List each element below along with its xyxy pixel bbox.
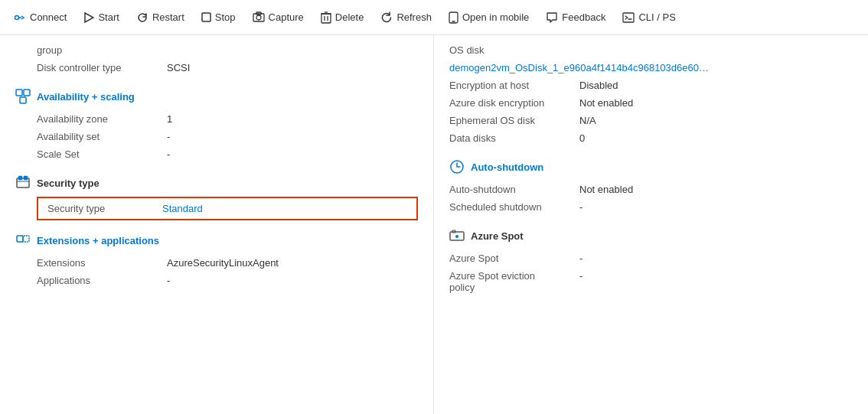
connect-icon	[14, 11, 26, 24]
azure-spot-title: Azure Spot	[471, 230, 524, 242]
open-in-mobile-icon	[449, 11, 458, 24]
os-disk-label: OS disk	[449, 44, 579, 56]
delete-label: Delete	[335, 11, 364, 23]
stop-label: Stop	[215, 11, 236, 23]
auto-shutdown-row: Auto-shutdown Not enabled	[449, 181, 853, 198]
os-disk-value-row: demogen2vm_OsDisk_1_e960a4f1414b4c968103…	[449, 59, 853, 77]
refresh-label: Refresh	[396, 11, 432, 23]
extensions-icon	[15, 233, 31, 248]
group-row: group	[15, 41, 418, 59]
availability-header: Availability + scaling	[15, 89, 418, 104]
svg-rect-20	[18, 176, 22, 180]
azure-spot-label: Azure Spot	[449, 253, 579, 264]
svg-point-28	[455, 235, 458, 238]
start-label: Start	[98, 11, 119, 23]
applications-row: Applications -	[15, 272, 418, 289]
feedback-button[interactable]: Feedback	[538, 7, 613, 28]
connect-button[interactable]: Connect	[6, 7, 74, 28]
scheduled-shutdown-value: -	[579, 201, 582, 213]
svg-rect-16	[16, 90, 22, 96]
svg-rect-17	[24, 90, 30, 96]
auto-shutdown-value: Not enabled	[579, 184, 633, 195]
availability-set-row: Availability set -	[15, 128, 418, 145]
ephemeral-os-disk-value: N/A	[579, 115, 596, 126]
svg-rect-14	[623, 13, 634, 22]
extensions-header: Extensions + applications	[15, 233, 418, 248]
restart-icon	[136, 11, 148, 24]
extensions-section: Extensions + applications Extensions Azu…	[15, 233, 418, 289]
security-icon	[15, 175, 31, 191]
group-label: group	[37, 44, 167, 56]
svg-rect-3	[202, 13, 210, 21]
security-section: Security type Security type Standard	[15, 175, 418, 220]
delete-icon	[321, 11, 331, 24]
disk-controller-label: Disk controller type	[37, 62, 167, 73]
cli-ps-button[interactable]: CLI / PS	[615, 7, 683, 28]
extensions-row: Extensions AzureSecurityLinuxAgent	[15, 254, 418, 272]
auto-shutdown-label: Auto-shutdown	[449, 184, 579, 195]
capture-label: Capture	[269, 11, 304, 23]
os-disk-label-row: OS disk	[449, 41, 853, 59]
azure-spot-eviction-value: -	[579, 270, 582, 282]
security-title: Security type	[37, 178, 100, 189]
auto-shutdown-title: Auto-shutdown	[471, 161, 543, 173]
azure-spot-eviction-label: Azure Spot evictionpolicy	[449, 270, 579, 293]
auto-shutdown-icon	[449, 159, 465, 174]
security-type-label: Security type	[47, 203, 162, 214]
azure-spot-eviction-row: Azure Spot evictionpolicy -	[449, 267, 853, 296]
ephemeral-os-disk-label: Ephemeral OS disk	[449, 115, 579, 126]
start-icon	[83, 12, 94, 23]
stop-icon	[201, 12, 211, 22]
start-button[interactable]: Start	[76, 7, 126, 28]
disk-controller-row: Disk controller type SCSI	[15, 59, 418, 77]
connect-label: Connect	[30, 11, 67, 23]
encryption-host-value: Disabled	[579, 80, 618, 91]
main-content: group Disk controller type SCSI Availabi…	[0, 35, 868, 414]
open-in-mobile-label: Open in mobile	[462, 11, 529, 23]
delete-button[interactable]: Delete	[313, 7, 372, 28]
svg-marker-2	[85, 13, 93, 22]
extensions-label: Extensions	[37, 257, 167, 269]
availability-title: Availability + scaling	[37, 91, 135, 103]
security-type-highlighted-row[interactable]: Security type Standard	[37, 197, 418, 220]
left-panel: group Disk controller type SCSI Availabi…	[0, 35, 434, 414]
extensions-value: AzureSecurityLinuxAgent	[167, 257, 279, 269]
feedback-label: Feedback	[562, 11, 605, 23]
stop-button[interactable]: Stop	[194, 7, 243, 28]
svg-rect-7	[321, 14, 331, 23]
security-header: Security type	[15, 175, 418, 191]
svg-point-5	[256, 15, 261, 20]
azure-disk-enc-value: Not enabled	[579, 97, 633, 109]
scale-set-label: Scale Set	[37, 148, 167, 160]
open-in-mobile-button[interactable]: Open in mobile	[441, 7, 537, 28]
availability-zone-value: 1	[167, 113, 172, 125]
scheduled-shutdown-row: Scheduled shutdown -	[449, 198, 853, 216]
restart-label: Restart	[152, 11, 184, 23]
encryption-host-label: Encryption at host	[449, 80, 579, 91]
refresh-button[interactable]: Refresh	[373, 7, 439, 28]
azure-spot-header: Azure Spot	[449, 228, 853, 243]
cli-ps-label: CLI / PS	[638, 11, 675, 23]
right-panel: OS disk demogen2vm_OsDisk_1_e960a4f1414b…	[434, 35, 868, 414]
capture-button[interactable]: Capture	[245, 7, 312, 28]
azure-spot-section: Azure Spot Azure Spot - Azure Spot evict…	[449, 228, 853, 296]
scale-set-value: -	[167, 148, 170, 160]
feedback-icon	[546, 11, 558, 24]
restart-button[interactable]: Restart	[129, 7, 192, 28]
applications-value: -	[167, 275, 170, 286]
azure-disk-enc-label: Azure disk encryption	[449, 97, 579, 109]
availability-set-label: Availability set	[37, 131, 167, 142]
applications-label: Applications	[37, 275, 167, 286]
azure-spot-value: -	[579, 253, 582, 264]
os-disk-name[interactable]: demogen2vm_OsDisk_1_e960a4f1414b4c968103…	[449, 62, 710, 73]
security-type-value[interactable]: Standard	[162, 203, 203, 214]
availability-zone-row: Availability zone 1	[15, 110, 418, 128]
svg-rect-18	[20, 97, 26, 103]
auto-shutdown-section: Auto-shutdown Auto-shutdown Not enabled …	[449, 159, 853, 216]
availability-section: Availability + scaling Availability zone…	[15, 89, 418, 163]
scale-set-row: Scale Set -	[15, 145, 418, 163]
extensions-title: Extensions + applications	[37, 235, 159, 246]
svg-rect-24	[23, 236, 29, 242]
encryption-host-row: Encryption at host Disabled	[449, 77, 853, 94]
refresh-icon	[380, 11, 393, 24]
